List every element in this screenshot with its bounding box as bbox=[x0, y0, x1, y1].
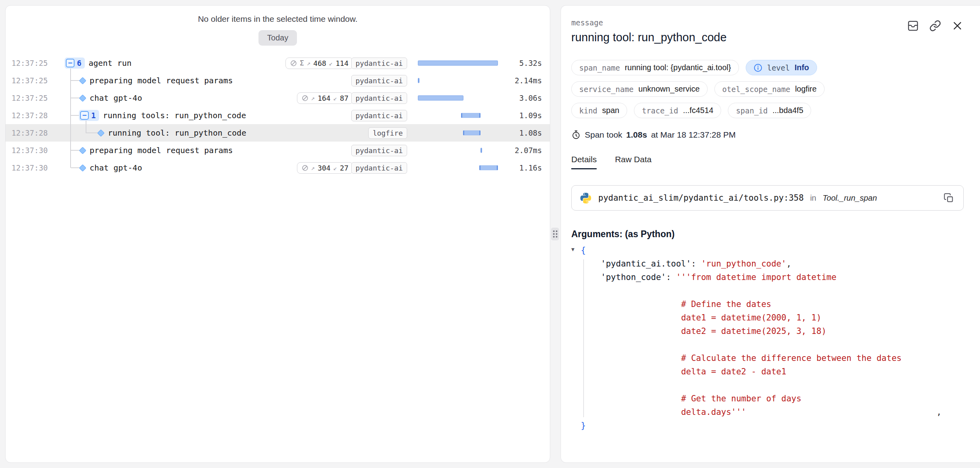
input-tokens: 468 bbox=[313, 59, 326, 67]
span-name: preparing model request params bbox=[90, 146, 233, 155]
scope-tag-cell: pydantic-ai bbox=[356, 110, 412, 121]
input-tokens-arrow-icon: ↗ bbox=[311, 164, 315, 172]
row-timestamp: 12:37:30 bbox=[6, 163, 55, 172]
span-name: chat gpt-4o bbox=[90, 93, 142, 103]
input-tokens: 304 bbox=[318, 164, 331, 172]
timeline-cell bbox=[412, 54, 507, 72]
scope-tag-cell: pydantic-ai bbox=[356, 162, 412, 174]
span-title: running tool: run_python_code bbox=[571, 31, 964, 44]
code-line: # Get the number of days bbox=[581, 392, 964, 405]
pill-row: service_nameunknown_serviceotel_scope_na… bbox=[571, 81, 964, 97]
trace-row[interactable]: 12:37:30preparing model request paramspy… bbox=[6, 142, 550, 159]
row-span: −1running tools: run_python_code bbox=[55, 110, 289, 121]
span-diamond-icon bbox=[97, 129, 104, 136]
child-count: 1 bbox=[91, 111, 96, 120]
scope-tag[interactable]: pydantic-ai bbox=[351, 58, 407, 69]
code-token: } bbox=[581, 421, 586, 430]
attribute-pill-trace_id[interactable]: trace_id...fc4514 bbox=[634, 103, 721, 118]
attribute-value: logfire bbox=[795, 84, 816, 94]
code-token: # Get the number of days bbox=[681, 394, 801, 403]
span-name: agent run bbox=[88, 58, 131, 68]
row-span: preparing model request params bbox=[55, 76, 289, 85]
trace-row[interactable]: 12:37:25−6agent runΣ↗468↙114pydantic-ai5… bbox=[6, 54, 550, 72]
close-icon[interactable] bbox=[951, 19, 964, 33]
code-line: { bbox=[581, 244, 964, 257]
timeline-bar bbox=[479, 165, 498, 171]
row-timestamp: 12:37:25 bbox=[6, 94, 55, 102]
token-circle-icon bbox=[302, 95, 308, 102]
link-icon[interactable] bbox=[928, 19, 942, 33]
timeline-bar bbox=[418, 61, 498, 66]
span-diamond-icon bbox=[79, 77, 86, 84]
timeline-cell bbox=[412, 124, 507, 142]
attribute-pill-otel_scope_name[interactable]: otel_scope_namelogfire bbox=[714, 81, 825, 97]
code-token: date2 = datetime(2025, 3, 18) bbox=[681, 326, 827, 336]
attribute-key: span_id bbox=[736, 106, 768, 115]
attribute-key: span_name bbox=[579, 63, 620, 72]
trace-row[interactable]: 12:37:25preparing model request paramspy… bbox=[6, 72, 550, 89]
scope-tag[interactable]: pydantic-ai bbox=[351, 92, 407, 104]
record-kind-label: message bbox=[571, 18, 964, 27]
span-name: running tool: run_python_code bbox=[108, 128, 246, 138]
code-token: 'python_code' bbox=[601, 272, 666, 282]
timeline-bar bbox=[418, 96, 463, 101]
code-token: 'pydantic_ai.tool' bbox=[601, 259, 691, 269]
scope-tag-cell: pydantic-ai bbox=[356, 75, 412, 86]
code-token bbox=[581, 326, 681, 336]
trace-row[interactable]: 12:37:25chat gpt-4o↗164↙87pydantic-ai3.0… bbox=[6, 89, 550, 107]
timing-at: at Mar 18 12:37:28 PM bbox=[651, 130, 736, 140]
timing-prefix: Span took bbox=[585, 130, 622, 140]
scope-tag[interactable]: pydantic-ai bbox=[351, 75, 407, 86]
input-tokens: 164 bbox=[318, 94, 331, 102]
tree-guide-stub bbox=[71, 98, 79, 98]
copy-icon[interactable] bbox=[942, 191, 955, 205]
attribute-pill-service_name[interactable]: service_nameunknown_service bbox=[571, 81, 708, 97]
span-diamond-icon bbox=[79, 164, 86, 171]
span-duration: 5.32s bbox=[507, 59, 550, 67]
today-button[interactable]: Today bbox=[258, 30, 297, 46]
row-timestamp: 12:37:25 bbox=[6, 76, 55, 85]
scope-tag[interactable]: logfire bbox=[368, 127, 407, 139]
arguments-code-block: ▾ { 'pydantic_ai.tool': 'run_python_code… bbox=[571, 244, 964, 432]
minus-icon: − bbox=[66, 59, 75, 67]
scope-tag[interactable]: pydantic-ai bbox=[351, 162, 407, 174]
tree-guide-stub bbox=[71, 115, 79, 116]
today-wrap: Today bbox=[6, 30, 550, 46]
trace-row[interactable]: 12:37:30chat gpt-4o↗304↙27pydantic-ai1.1… bbox=[6, 159, 550, 176]
attribute-value: span bbox=[602, 106, 619, 115]
output-tokens-arrow-icon: ↙ bbox=[333, 94, 337, 102]
code-token: 'run_python_code' bbox=[701, 259, 786, 269]
output-tokens: 87 bbox=[340, 94, 348, 102]
collapse-toggle[interactable]: −1 bbox=[79, 110, 99, 121]
panel-resize-handle[interactable] bbox=[551, 228, 559, 240]
span-name: chat gpt-4o bbox=[90, 163, 142, 173]
attribute-pill-span_id[interactable]: span_id...bda4f5 bbox=[728, 103, 811, 118]
output-tokens: 114 bbox=[335, 59, 348, 67]
code-token: # Define the dates bbox=[681, 299, 771, 309]
row-timestamp: 12:37:28 bbox=[6, 129, 55, 137]
child-count: 6 bbox=[77, 59, 81, 67]
attribute-value: Info bbox=[794, 63, 809, 72]
trace-row[interactable]: 12:37:28−1running tools: run_python_code… bbox=[6, 107, 550, 124]
code-line: date1 = datetime(2000, 1, 1) bbox=[581, 311, 964, 324]
code-token: # Calculate the difference between the d… bbox=[681, 353, 902, 363]
attribute-key: otel_scope_name bbox=[722, 85, 791, 94]
scope-tag-cell: pydantic-ai bbox=[356, 92, 412, 104]
row-timestamp: 12:37:28 bbox=[6, 111, 55, 120]
scope-tag[interactable]: pydantic-ai bbox=[351, 145, 407, 156]
chevron-down-icon[interactable]: ▾ bbox=[571, 246, 574, 253]
tab-raw-data[interactable]: Raw Data bbox=[615, 155, 651, 169]
tree-guide-stub bbox=[86, 132, 98, 133]
code-token: delta.days''' bbox=[681, 407, 746, 417]
tree-guide-vertical bbox=[86, 121, 86, 133]
detail-tabs: DetailsRaw Data bbox=[571, 155, 964, 169]
collapse-toggle[interactable]: −6 bbox=[65, 58, 85, 69]
attribute-pill-span_name[interactable]: span_namerunning tool: {pydantic_ai.tool… bbox=[571, 60, 739, 75]
attribute-pill-level[interactable]: levelInfo bbox=[746, 60, 817, 75]
inbox-icon[interactable] bbox=[906, 19, 920, 33]
scope-tag[interactable]: pydantic-ai bbox=[351, 110, 407, 121]
code-token: , bbox=[936, 407, 942, 417]
tab-details[interactable]: Details bbox=[571, 155, 597, 169]
detail-panel: message running tool: run_python_code sp… bbox=[561, 5, 980, 463]
attribute-pill-kind[interactable]: kindspan bbox=[571, 103, 627, 118]
